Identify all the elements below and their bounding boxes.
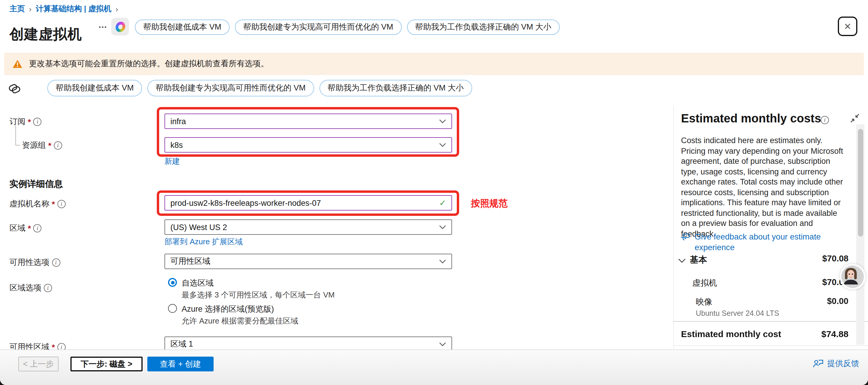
chevron-down-icon <box>439 259 446 264</box>
suggestion-right-vm-size-button[interactable]: 帮助我为工作负载选择正确的 VM 大小 <box>407 20 560 35</box>
subscription-label: 订阅 * i <box>9 117 42 127</box>
info-icon[interactable]: i <box>44 284 52 292</box>
availability-options-value: 可用性区域 <box>170 256 210 267</box>
give-feedback-label: 提供反馈 <box>827 358 859 369</box>
cost-item-label: 映像 <box>696 297 712 308</box>
info-icon[interactable]: i <box>54 141 62 150</box>
collapse-panel-icon[interactable] <box>850 114 860 123</box>
azure-selected-zone-radio[interactable] <box>168 304 177 313</box>
subscription-value: infra <box>170 117 186 126</box>
main-content: 主页 › 计算基础结构 | 虚拟机 › 创建虚拟机 … 帮助我创建低成本 VM … <box>0 0 868 350</box>
chevron-right-icon: › <box>115 4 118 13</box>
availability-zone-dropdown[interactable]: 区域 1 <box>164 336 452 350</box>
feedback-bubbles-icon <box>680 232 690 243</box>
suggestion-high-availability-vm-button[interactable]: 帮助我创建专为实现高可用性而优化的 VM <box>147 80 314 96</box>
cost-group-amount: $70.08 <box>822 254 848 263</box>
avatar[interactable] <box>840 264 866 290</box>
self-selected-zone-description: 最多选择 3 个可用性区域，每个区域一台 VM <box>182 290 335 300</box>
info-icon[interactable]: i <box>52 258 60 267</box>
hierarchy-connector-vertical <box>16 125 16 145</box>
give-feedback-link[interactable]: 提供反馈 <box>813 358 859 369</box>
chevron-down-icon <box>439 342 446 347</box>
copilot-button[interactable] <box>111 18 129 35</box>
cost-feedback-link-text: Give feedback about your estimate experi… <box>695 232 841 253</box>
close-button[interactable]: ✕ <box>838 17 857 36</box>
info-icon[interactable]: i <box>57 200 66 208</box>
info-icon[interactable]: i <box>57 343 66 350</box>
deploy-edge-zone-link[interactable]: 部署到 Azure 扩展区域 <box>164 236 243 247</box>
next-step-disks-button[interactable]: 下一步: 磁盘 > <box>70 357 143 372</box>
copilot-icon <box>115 20 126 33</box>
cost-feedback-link[interactable]: Give feedback about your estimate experi… <box>680 232 841 253</box>
self-selected-zone-radio[interactable] <box>168 278 177 287</box>
availability-options-dropdown[interactable]: 可用性区域 <box>164 254 452 269</box>
info-icon[interactable]: i <box>821 116 829 124</box>
info-icon[interactable]: i <box>33 224 42 232</box>
required-asterisk: * <box>28 118 31 126</box>
create-new-resource-group-link[interactable]: 新建 <box>164 156 180 167</box>
person-feedback-icon <box>813 359 824 368</box>
cost-panel-title: Estimated monthly costs <box>681 112 821 125</box>
copilot-outline-icon <box>7 81 22 96</box>
breadcrumb-link-virtual-machines[interactable]: 计算基础结构 | 虚拟机 <box>36 4 112 14</box>
availability-zone-label: 可用性区域 * i <box>9 342 66 350</box>
suggestion-high-availability-vm-button[interactable]: 帮助我创建专为实现高可用性而优化的 VM <box>235 20 401 35</box>
warning-banner-text: 更改基本选项可能会重置所做的选择。创建虚拟机前查看所有选项。 <box>29 59 269 69</box>
subscription-dropdown[interactable]: infra <box>164 114 452 129</box>
close-icon: ✕ <box>844 21 851 32</box>
cost-item-amount: $0.00 <box>827 296 848 306</box>
vm-name-value: prod-usw2-k8s-freeleaps-worker-nodes-07 <box>170 198 321 207</box>
region-label: 区域 * i <box>9 223 42 234</box>
divider <box>673 345 868 346</box>
resource-group-dropdown[interactable]: k8s <box>164 137 452 153</box>
cost-disclaimer-text: Costs indicated here are estimates only.… <box>681 135 844 239</box>
required-asterisk: * <box>48 141 52 150</box>
azure-selected-zone-description: 允许 Azure 根据需要分配最佳区域 <box>182 316 298 326</box>
required-asterisk: * <box>52 343 55 350</box>
cost-total-label: Estimated monthly cost <box>681 329 781 339</box>
suggestion-right-vm-size-button[interactable]: 帮助我为工作负载选择正确的 VM 大小 <box>319 80 472 96</box>
copilot-suggestions-header: 帮助我创建低成本 VM 帮助我创建专为实现高可用性而优化的 VM 帮助我为工作负… <box>135 20 560 35</box>
more-menu-button[interactable]: … <box>98 20 108 30</box>
avatar-image <box>841 265 860 285</box>
previous-step-button[interactable]: < 上一步 <box>18 357 59 372</box>
self-selected-zone-radio-label[interactable]: 自选区域 <box>182 278 214 289</box>
vm-name-label: 虚拟机名称 * i <box>9 199 66 210</box>
breadcrumb-link-home[interactable]: 主页 <box>9 4 25 14</box>
info-icon[interactable]: i <box>33 118 42 126</box>
cost-group-label[interactable]: 基本 <box>690 254 707 265</box>
availability-options-label: 可用性选项 i <box>9 257 60 268</box>
divider <box>673 321 868 322</box>
cost-item-sublabel: Ubuntu Server 24.04 LTS <box>696 309 779 318</box>
resource-group-value: k8s <box>170 140 183 149</box>
suggestion-low-cost-vm-button[interactable]: 帮助我创建低成本 VM <box>135 20 229 35</box>
azure-selected-zone-radio-label[interactable]: Azure 选择的区域(预览版) <box>182 304 274 315</box>
suggestion-low-cost-vm-button[interactable]: 帮助我创建低成本 VM <box>47 80 142 96</box>
chevron-down-icon[interactable] <box>678 258 686 263</box>
chevron-down-icon <box>439 225 446 229</box>
cost-item-label: 虚拟机 <box>692 278 717 289</box>
availability-zone-value: 区域 1 <box>170 339 193 350</box>
validation-check-icon: ✓ <box>439 198 446 207</box>
annotation-note: 按照规范 <box>471 197 508 210</box>
chevron-down-icon <box>439 119 446 124</box>
chevron-down-icon <box>439 142 446 147</box>
panel-divider <box>673 105 674 350</box>
zone-options-label: 区域选项 i <box>9 283 52 293</box>
page-title: 创建虚拟机 <box>9 25 82 44</box>
vm-name-input[interactable]: prod-usw2-k8s-freeleaps-worker-nodes-07 … <box>164 195 452 211</box>
resource-group-label: 资源组 * i <box>22 140 62 151</box>
footer-bar: < 上一步 下一步: 磁盘 > 查看 + 创建 提供反馈 <box>0 350 868 385</box>
create-vm-page: 主页 › 计算基础结构 | 虚拟机 › 创建虚拟机 … 帮助我创建低成本 VM … <box>0 0 868 385</box>
copilot-suggestions-bar: 帮助我创建低成本 VM 帮助我创建专为实现高可用性而优化的 VM 帮助我为工作负… <box>47 80 472 96</box>
cost-total-amount: $74.88 <box>821 329 848 339</box>
instance-details-section-title: 实例详细信息 <box>9 179 63 190</box>
required-asterisk: * <box>52 200 55 208</box>
hierarchy-connector-horizontal <box>16 145 20 146</box>
region-value: (US) West US 2 <box>170 223 227 231</box>
panel-scrollbar-thumb[interactable] <box>858 129 863 236</box>
warning-icon <box>12 59 23 69</box>
warning-banner: 更改基本选项可能会重置所做的选择。创建虚拟机前查看所有选项。 <box>4 53 864 75</box>
review-create-button[interactable]: 查看 + 创建 <box>147 357 214 372</box>
region-dropdown[interactable]: (US) West US 2 <box>164 219 452 235</box>
